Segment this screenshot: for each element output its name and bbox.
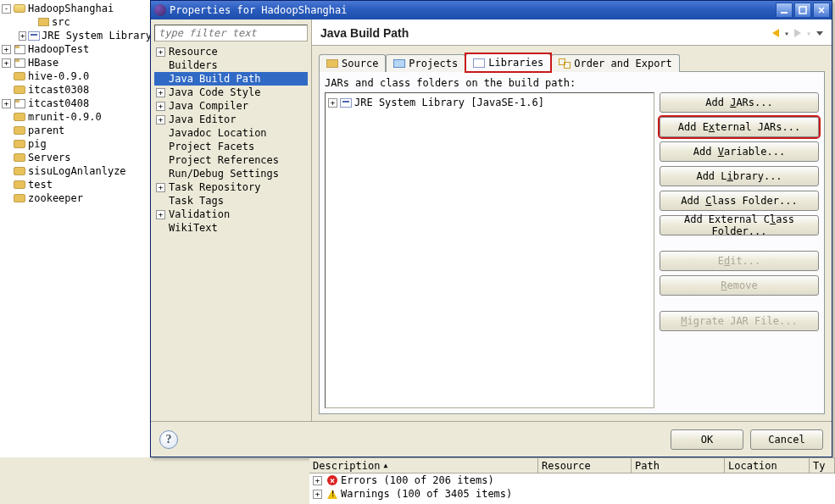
explorer-item[interactable]: itcast0308 [2,83,152,97]
add-jars-button[interactable]: Add JARs... [660,92,819,113]
properties-tree-item[interactable]: +Java Code Style [154,86,308,99]
maximize-button[interactable] [794,3,811,18]
col-type[interactable]: Ty [810,458,835,473]
explorer-item[interactable]: parent [2,124,152,137]
list-item[interactable]: + JRE System Library [JavaSE-1.6] [328,96,651,109]
explorer-item[interactable]: Servers [2,151,152,164]
properties-tree[interactable]: +ResourceBuildersJava Build Path+Java Co… [154,45,308,418]
properties-tree-item[interactable]: +Java Compiler [154,99,308,113]
close-button[interactable] [813,3,830,18]
properties-tree-item[interactable]: Project Facets [154,140,308,153]
minimize-button[interactable] [776,3,793,18]
add-class-folder-button[interactable]: Add Class Folder... [660,191,819,211]
remove-button[interactable]: Remove [660,275,819,296]
tab-libraries[interactable]: Libraries [465,53,551,72]
migrate-jar-button[interactable]: Migrate JAR File... [660,311,819,331]
expand-icon[interactable]: + [2,99,11,108]
properties-dialog: Properties for HadoopShanghai +ResourceB… [150,0,832,457]
ok-button[interactable]: OK [671,429,743,450]
folder-closed [14,153,25,162]
filter-box[interactable] [154,25,308,42]
properties-tree-item[interactable]: Run/Debug Settings [154,167,308,180]
expand-icon[interactable]: + [313,490,322,499]
help-icon[interactable]: ? [159,430,178,449]
back-icon[interactable] [772,29,779,37]
explorer-item[interactable]: +HadoopTest [2,42,152,56]
properties-tree-item[interactable]: Java Build Path [154,72,308,86]
expand-icon[interactable]: + [156,115,165,125]
expand-icon[interactable]: + [156,88,165,97]
col-path[interactable]: Path [632,458,725,473]
folder-closed [14,180,25,189]
properties-tree-item[interactable]: Javadoc Location [154,126,308,140]
expand-icon[interactable]: + [156,102,165,111]
tree-item-label: HadoopTest [28,43,89,55]
jar-list[interactable]: + JRE System Library [JavaSE-1.6] [325,92,654,408]
explorer-item[interactable]: test [2,178,152,191]
properties-tree-item[interactable]: +Validation [154,208,308,221]
tree-item-label: Java Editor [169,114,236,125]
tab-projects[interactable]: Projects [386,54,465,72]
explorer-item[interactable]: hive-0.9.0 [2,69,152,83]
expand-icon[interactable]: + [313,476,322,485]
expand-icon[interactable]: - [2,4,11,14]
tree-item-label: Run/Debug Settings [169,168,279,180]
add-external-class-folder-button[interactable]: Add External Class Folder... [660,215,819,235]
explorer-item[interactable]: -HadoopShanghai [2,2,152,15]
tree-item-label: Task Tags [169,195,224,207]
expand-icon[interactable]: + [19,31,26,41]
explorer-item[interactable]: mrunit-0.9.0 [2,110,152,124]
col-resource[interactable]: Resource [538,458,632,473]
expand-icon[interactable]: + [156,47,165,57]
properties-tree-item[interactable]: +Task Repository [154,180,308,194]
tree-item-label: HadoopShanghai [28,3,114,14]
svg-rect-1 [799,7,806,14]
explorer-item[interactable]: +JRE System Library [2,29,152,42]
properties-tree-item[interactable]: +Resource [154,45,308,58]
explorer-item[interactable]: sisuLogAnlanlyze [2,164,152,178]
expand-icon [2,113,11,122]
problems-header[interactable]: Description ▲ Resource Path Location Ty [309,458,835,474]
tab-source[interactable]: Source [319,54,386,72]
tree-item-label: src [52,16,70,28]
forward-icon[interactable] [794,29,801,37]
tree-item-label: Java Code Style [169,86,260,98]
expand-icon[interactable]: + [328,98,337,108]
expand-icon [156,197,165,206]
dialog-titlebar[interactable]: Properties for HadoopShanghai [151,1,832,19]
filter-input[interactable] [159,27,303,39]
col-location[interactable]: Location [725,458,810,473]
expand-icon [156,75,165,84]
explorer-item[interactable]: +HBase [2,56,152,69]
expand-icon [25,18,35,27]
tab-order-export[interactable]: Order and Export [551,54,680,72]
properties-tree-item[interactable]: Task Tags [154,194,308,208]
properties-tree-item[interactable]: Builders [154,58,308,72]
expand-icon[interactable]: + [2,58,11,68]
proj-icon [14,99,25,108]
sort-asc-icon: ▲ [383,462,387,469]
explorer-item[interactable]: pig [2,137,152,151]
problems-warnings-row[interactable]: + Warnings (100 of 3405 items) [309,487,835,501]
explorer-item[interactable]: src [2,15,152,29]
properties-tree-item[interactable]: +Java Editor [154,113,308,126]
edit-button[interactable]: Edit... [660,251,819,271]
problems-view: Description ▲ Resource Path Location Ty … [309,457,835,504]
tree-item-label: Java Compiler [169,100,248,112]
cancel-button[interactable]: Cancel [750,429,823,450]
menu-dropdown-icon[interactable] [816,31,823,36]
source-folder-icon [326,59,338,68]
add-library-button[interactable]: Add Library... [660,166,819,186]
explorer-item[interactable]: +itcast0408 [2,97,152,110]
add-variable-button[interactable]: Add Variable... [660,141,819,162]
properties-tree-item[interactable]: Project References [154,153,308,167]
folder-closed [14,72,25,80]
add-external-jars-button[interactable]: Add External JARs... [660,117,819,137]
expand-icon[interactable]: + [156,210,165,219]
problems-errors-row[interactable]: + × Errors (100 of 206 items) [309,474,835,487]
explorer-item[interactable]: zookeeper [2,191,152,205]
properties-tree-item[interactable]: WikiText [154,221,308,235]
expand-icon[interactable]: + [156,183,165,192]
expand-icon[interactable]: + [2,45,11,54]
col-description[interactable]: Description ▲ [309,458,538,473]
